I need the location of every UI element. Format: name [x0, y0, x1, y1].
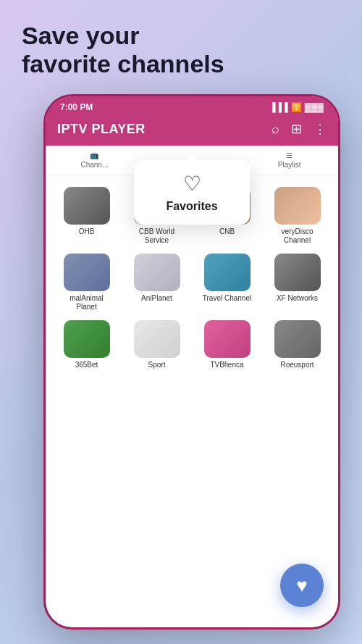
- phone-device: 7:00 PM ▐▐▐ 🛜 ▓▓▓ IPTV PLAYER ⌕ ⊞ ⋮: [43, 94, 340, 630]
- channel-name-animal: malAnimal Planet: [62, 294, 112, 311]
- channel-thumb-ohb: [64, 187, 110, 225]
- channel-name-tvb: TVBfienca: [210, 361, 243, 369]
- favorites-popup: ♡ Favorites: [134, 160, 250, 225]
- channel-thumb-animal: [64, 254, 110, 291]
- status-time: 7:00 PM: [60, 102, 93, 112]
- channel-item-365[interactable]: 365Bet: [54, 320, 119, 369]
- status-bar: 7:00 PM ▐▐▐ 🛜 ▓▓▓: [46, 96, 338, 115]
- channel-thumb-xf: [274, 254, 321, 291]
- tab-playlist[interactable]: ☰ Playlist: [240, 146, 338, 175]
- search-icon[interactable]: ⌕: [272, 122, 279, 137]
- playlist-icon: ☰: [286, 151, 292, 159]
- channel-name-sport: Sport: [148, 361, 166, 369]
- channel-item-animal[interactable]: malAnimal Planet: [54, 254, 119, 311]
- channel-item-xf[interactable]: XF Networks: [265, 254, 329, 311]
- channel-name-ani: AniPlanet: [141, 294, 172, 303]
- page-header: Save yourfavorite channels: [22, 22, 340, 78]
- channel-thumb-ani: [134, 254, 180, 291]
- battery-icon: ▓▓▓: [305, 102, 324, 112]
- fab-heart-icon: ♥: [296, 574, 307, 597]
- channel-name-365: 365Bet: [75, 361, 98, 369]
- channel-item-tvb[interactable]: TVBfienca: [195, 320, 259, 369]
- signal-icon: ▐▐▐: [269, 102, 288, 112]
- grid-icon[interactable]: ⊞: [291, 121, 302, 137]
- channel-thumb-roeu: [274, 320, 321, 358]
- channel-thumb-sport: [134, 320, 180, 358]
- channel-item-ani[interactable]: AniPlanet: [125, 254, 189, 311]
- tv-icon: 📺: [90, 151, 98, 159]
- status-icons: ▐▐▐ 🛜 ▓▓▓: [269, 102, 324, 112]
- channel-name-roeu: Roeusport: [280, 361, 313, 369]
- favorites-popup-label: Favorites: [166, 200, 217, 213]
- phone-content: OHB CBB World Service CNB veryDisco Chan…: [46, 175, 338, 627]
- channel-name-ohb: OHB: [79, 227, 95, 236]
- channel-thumb-365: [64, 320, 110, 358]
- channel-item-sport[interactable]: Sport: [125, 320, 189, 369]
- channel-item-vdisco[interactable]: veryDisco Channel: [265, 187, 329, 245]
- app-header: IPTV PLAYER ⌕ ⊞ ⋮: [46, 115, 338, 146]
- channel-name-cnb: CNB: [219, 227, 235, 236]
- heart-outline-icon: ♡: [183, 172, 201, 196]
- channel-thumb-tvb: [204, 320, 251, 358]
- wifi-icon: 🛜: [291, 102, 302, 112]
- channel-item-roeu[interactable]: Roeusport: [265, 320, 329, 369]
- tab-playlist-label: Playlist: [278, 161, 301, 169]
- tab-channels-label: Chann...: [80, 161, 108, 169]
- phone-screen: 7:00 PM ▐▐▐ 🛜 ▓▓▓ IPTV PLAYER ⌕ ⊞ ⋮: [46, 96, 338, 627]
- channel-name-travel: Travel Channel: [203, 294, 251, 303]
- header-icons: ⌕ ⊞ ⋮: [272, 121, 327, 137]
- channel-item-ohb[interactable]: OHB: [54, 187, 119, 245]
- channel-name-vdisco: veryDisco Channel: [272, 227, 323, 245]
- channel-name-xf: XF Networks: [277, 294, 318, 303]
- page-title: Save yourfavorite channels: [22, 22, 340, 78]
- tab-channels[interactable]: 📺 Chann...: [46, 146, 143, 175]
- channel-thumb-travel: [204, 254, 251, 291]
- fab-favorites[interactable]: ♥: [280, 564, 324, 607]
- channel-name-cbb: CBB World Service: [132, 227, 182, 245]
- more-icon[interactable]: ⋮: [313, 121, 327, 137]
- app-title: IPTV PLAYER: [57, 122, 146, 137]
- channel-item-travel[interactable]: Travel Channel: [195, 254, 259, 311]
- channel-thumb-vdisco: [274, 187, 321, 225]
